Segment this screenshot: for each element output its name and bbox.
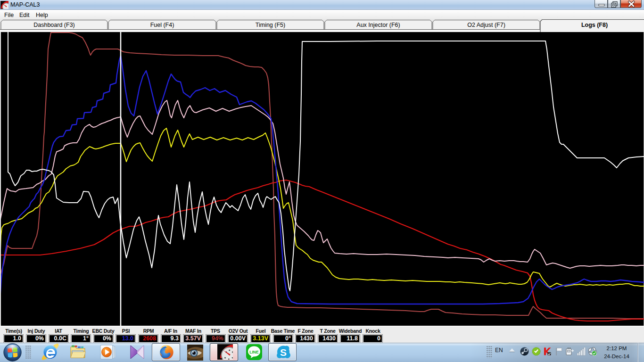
svg-text:Aux Injector (F6): Aux Injector (F6) (356, 22, 400, 28)
svg-text:Logs (F8): Logs (F8) (581, 22, 608, 28)
svg-text:Dashboard (F3): Dashboard (F3) (33, 22, 75, 28)
svg-text:O2 Adjust (F7): O2 Adjust (F7) (467, 22, 505, 28)
svg-text:S: S (280, 347, 287, 358)
svg-text:Timing (F5): Timing (F5) (256, 22, 285, 28)
svg-text:Fuel (F4): Fuel (F4) (150, 22, 174, 28)
svg-text:LINE: LINE (249, 350, 259, 354)
